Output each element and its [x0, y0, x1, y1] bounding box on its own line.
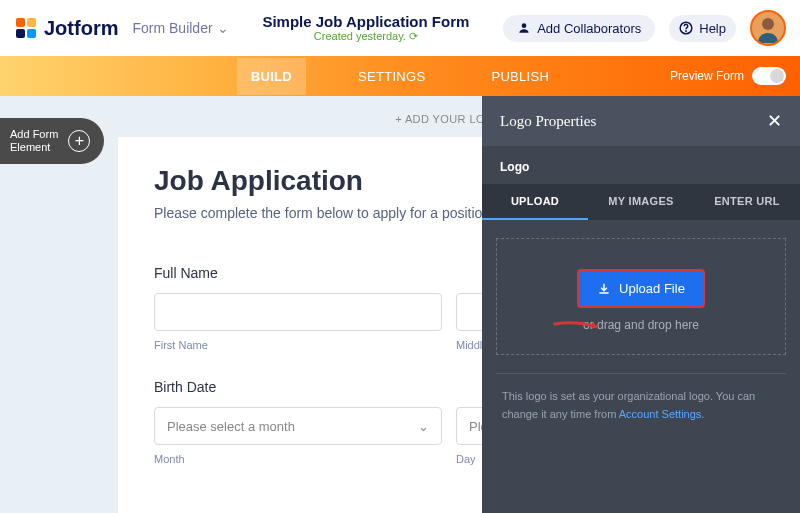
logo-info-text: This logo is set as your organizational …	[496, 373, 786, 437]
add-collaborators-button[interactable]: Add Collaborators	[503, 15, 655, 42]
svg-rect-1	[27, 18, 36, 27]
user-avatar[interactable]	[750, 10, 786, 46]
form-title[interactable]: Simple Job Application Form	[243, 13, 490, 30]
logo-section-label: Logo	[482, 146, 800, 184]
header-center: Simple Job Application Form Created yest…	[243, 13, 490, 43]
add-form-element-button[interactable]: Add Form Element +	[0, 118, 104, 164]
help-button[interactable]: Help	[669, 15, 736, 42]
plus-icon: +	[68, 130, 90, 152]
avatar-icon	[753, 13, 783, 43]
main-tabbar: BUILD SETTINGS PUBLISH Preview Form	[0, 56, 800, 96]
arrow-annotation-icon	[550, 304, 606, 350]
tab-enter-url[interactable]: ENTER URL	[694, 184, 800, 220]
logo-icon	[14, 16, 38, 40]
created-text: Created yesterday. ⟳	[243, 30, 490, 43]
svg-rect-2	[16, 29, 25, 38]
panel-tabs: UPLOAD MY IMAGES ENTER URL	[482, 184, 800, 220]
tab-build[interactable]: BUILD	[237, 58, 306, 95]
svg-point-6	[686, 31, 687, 32]
chevron-down-icon: ⌄	[217, 20, 229, 36]
jotform-logo[interactable]: Jotform	[14, 16, 118, 40]
help-icon	[679, 21, 693, 35]
chevron-down-icon: ⌄	[418, 419, 429, 434]
first-name-input[interactable]	[154, 293, 442, 331]
logo-properties-panel: Logo Properties ✕ Logo UPLOAD MY IMAGES …	[482, 96, 800, 513]
tab-publish[interactable]: PUBLISH	[477, 58, 563, 95]
first-name-sublabel: First Name	[154, 339, 442, 351]
tab-settings[interactable]: SETTINGS	[344, 58, 439, 95]
account-settings-link[interactable]: Account Settings	[619, 408, 702, 420]
svg-point-4	[522, 23, 527, 28]
toggle-icon	[752, 67, 786, 85]
form-builder-dropdown[interactable]: Form Builder ⌄	[132, 20, 228, 36]
panel-title: Logo Properties	[500, 113, 596, 130]
preview-form-toggle[interactable]: Preview Form	[670, 67, 786, 85]
drag-drop-text: or drag and drop here	[507, 318, 775, 332]
tab-upload[interactable]: UPLOAD	[482, 184, 588, 220]
svg-rect-0	[16, 18, 25, 27]
close-icon[interactable]: ✕	[767, 110, 782, 132]
month-select[interactable]: Please select a month⌄	[154, 407, 442, 445]
main-area: Add Form Element + + ADD YOUR LOGO Job A…	[0, 96, 800, 513]
app-header: Jotform Form Builder ⌄ Simple Job Applic…	[0, 0, 800, 56]
upload-dropzone[interactable]: Upload File or drag and drop here	[496, 238, 786, 355]
download-icon	[597, 282, 611, 296]
svg-rect-3	[27, 29, 36, 38]
upload-file-button[interactable]: Upload File	[577, 269, 705, 308]
tab-my-images[interactable]: MY IMAGES	[588, 184, 694, 220]
person-icon	[517, 21, 531, 35]
brand-text: Jotform	[44, 17, 118, 40]
month-sublabel: Month	[154, 453, 442, 465]
svg-point-7	[762, 18, 774, 30]
